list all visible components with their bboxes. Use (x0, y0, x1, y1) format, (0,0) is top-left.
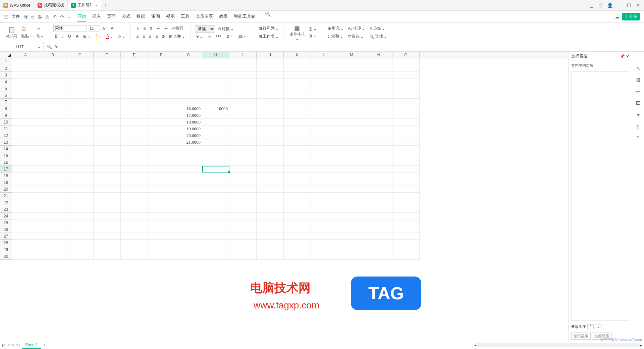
cell[interactable] (392, 152, 420, 159)
cell[interactable] (257, 246, 284, 253)
cell[interactable] (94, 206, 121, 213)
cell[interactable] (148, 193, 175, 199)
close-pane-icon[interactable]: ✕ (626, 54, 629, 59)
cell[interactable] (284, 186, 311, 193)
cell[interactable] (365, 219, 392, 226)
undo-icon[interactable]: ↶ (53, 14, 57, 19)
cell[interactable] (66, 159, 94, 166)
cell[interactable] (121, 105, 148, 112)
sum-button[interactable]: Σ 求和 ⌄ (326, 33, 345, 40)
cell[interactable] (257, 72, 284, 79)
cell[interactable] (121, 213, 148, 219)
cell[interactable] (39, 213, 66, 219)
cell[interactable] (202, 253, 229, 260)
avatar-icon[interactable]: 👤 (607, 3, 613, 8)
cell[interactable] (202, 240, 229, 246)
move-down-button[interactable]: ⌄ (595, 324, 601, 329)
cell[interactable] (229, 246, 257, 253)
cell[interactable] (66, 179, 94, 186)
column-header[interactable]: M (338, 52, 365, 58)
cell[interactable] (202, 132, 229, 139)
cell[interactable] (229, 72, 257, 79)
align-right-button[interactable]: ≡ (148, 33, 153, 40)
cell[interactable] (121, 92, 148, 99)
cell[interactable] (39, 152, 66, 159)
cell[interactable] (202, 166, 229, 172)
cell[interactable] (338, 112, 365, 119)
cell[interactable] (94, 152, 121, 159)
cell[interactable] (121, 139, 148, 146)
cell[interactable] (229, 213, 257, 219)
cell[interactable] (392, 58, 420, 65)
align-justify-button[interactable]: ≡ (154, 33, 159, 40)
add-sheet-button[interactable]: + (43, 343, 46, 348)
cell[interactable] (338, 240, 365, 246)
cell[interactable] (66, 206, 94, 213)
cell[interactable] (39, 199, 66, 206)
cell[interactable] (257, 166, 284, 172)
cell[interactable] (94, 112, 121, 119)
cell[interactable] (39, 186, 66, 193)
cell[interactable] (121, 79, 148, 85)
column-header[interactable]: O (392, 52, 420, 58)
cell[interactable] (12, 199, 39, 206)
cell[interactable] (392, 199, 420, 206)
cell[interactable] (365, 112, 392, 119)
cell[interactable] (66, 166, 94, 172)
cell[interactable] (365, 132, 392, 139)
align-left-button[interactable]: ≡ (135, 33, 140, 40)
cell[interactable] (338, 219, 365, 226)
cell[interactable] (202, 65, 229, 72)
cell[interactable] (284, 240, 311, 246)
cell[interactable] (365, 79, 392, 85)
print-icon[interactable]: 🖶 (37, 14, 42, 19)
cell[interactable] (66, 186, 94, 193)
font-color-button[interactable]: A ⌄ (105, 33, 114, 40)
cond-format-button[interactable]: ▦ 条件格式 ⌄ (288, 23, 306, 42)
row-header[interactable]: 6 (0, 92, 12, 99)
settings-tool-icon[interactable]: ⚙ (636, 77, 641, 83)
row-header[interactable]: 4 (0, 79, 12, 85)
book-tool-icon[interactable]: ▯ (637, 123, 640, 130)
cell[interactable] (12, 119, 39, 126)
cell[interactable] (229, 226, 257, 233)
cell[interactable] (148, 240, 175, 246)
cell[interactable] (66, 139, 94, 146)
cell[interactable] (12, 112, 39, 119)
cell[interactable] (392, 139, 420, 146)
cell[interactable] (39, 166, 66, 172)
cell[interactable] (94, 72, 121, 79)
cell[interactable] (175, 58, 202, 65)
cell[interactable] (365, 199, 392, 206)
help-tool-icon[interactable]: ? (637, 135, 640, 141)
cell[interactable] (148, 166, 175, 172)
maximize-button[interactable]: ☐ (627, 3, 631, 8)
cell[interactable] (66, 172, 94, 179)
cell[interactable] (148, 159, 175, 166)
cell[interactable] (257, 199, 284, 206)
cell[interactable] (365, 253, 392, 260)
tab-tools[interactable]: 工具 (181, 11, 190, 22)
cell[interactable] (94, 253, 121, 260)
cell[interactable] (66, 79, 94, 85)
cell[interactable] (94, 139, 121, 146)
cell[interactable] (392, 186, 420, 193)
cell[interactable] (94, 199, 121, 206)
paste-dropdown[interactable]: 粘贴 ⌄ (20, 33, 35, 40)
cell[interactable] (338, 65, 365, 72)
cell[interactable] (229, 193, 257, 199)
cell[interactable]: 20.0000 (175, 132, 202, 139)
orientation-button[interactable]: ⟳ (160, 33, 166, 40)
cell[interactable] (66, 226, 94, 233)
cell[interactable] (257, 213, 284, 219)
cell[interactable] (94, 119, 121, 126)
cell[interactable] (338, 85, 365, 92)
cell[interactable] (12, 240, 39, 246)
indent-decrease-button[interactable]: ⇤ (155, 25, 161, 32)
cell[interactable] (94, 240, 121, 246)
cell[interactable] (175, 79, 202, 85)
cell[interactable] (365, 146, 392, 152)
cell[interactable] (39, 99, 66, 105)
cell[interactable] (311, 246, 338, 253)
cell[interactable] (311, 179, 338, 186)
